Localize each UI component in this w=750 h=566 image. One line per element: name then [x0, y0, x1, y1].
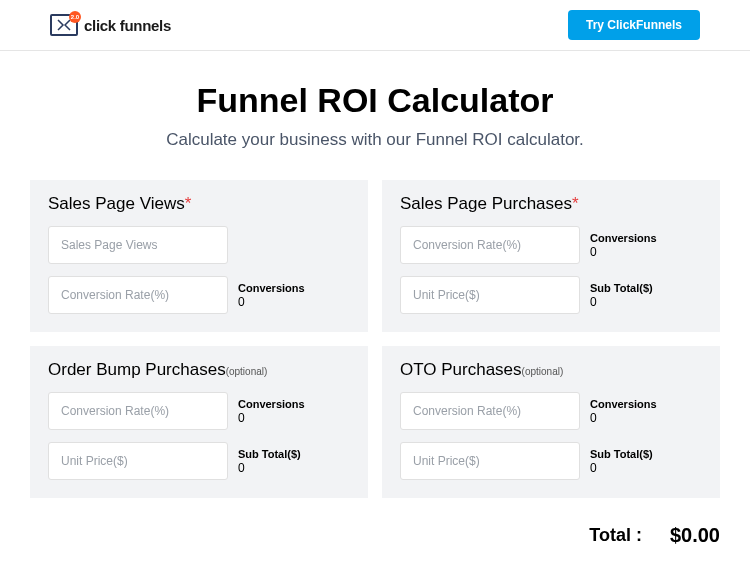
card-title: Sales Page Purchases* [400, 194, 702, 214]
output-group: Sub Total($) 0 [590, 282, 702, 309]
card-title-text: OTO Purchases [400, 360, 522, 379]
optional-text: (optional) [522, 366, 564, 377]
sales-page-views-input[interactable] [48, 226, 228, 264]
sales-purchases-conversion-rate-input[interactable] [400, 226, 580, 264]
total-value: $0.00 [670, 524, 720, 547]
card-title: OTO Purchases(optional) [400, 360, 702, 380]
subtotal-label: Sub Total($) [590, 282, 702, 294]
order-bump-unit-price-input[interactable] [48, 442, 228, 480]
page-title: Funnel ROI Calculator [30, 81, 720, 120]
total-row: Total : $0.00 [0, 508, 750, 557]
try-clickfunnels-button[interactable]: Try ClickFunnels [568, 10, 700, 40]
page-subtitle: Calculate your business with our Funnel … [30, 130, 720, 150]
subtotal-value: 0 [238, 461, 350, 475]
output-group: Sub Total($) 0 [238, 448, 350, 475]
conversions-value: 0 [590, 245, 702, 259]
field-row: Conversions 0 [400, 226, 702, 264]
oto-unit-price-input[interactable] [400, 442, 580, 480]
field-row: Sub Total($) 0 [400, 442, 702, 480]
output-group: Conversions 0 [590, 398, 702, 425]
sales-page-views-conversion-rate-input[interactable] [48, 276, 228, 314]
card-title: Order Bump Purchases(optional) [48, 360, 350, 380]
field-row: Conversions 0 [48, 276, 350, 314]
field-row: Sub Total($) 0 [400, 276, 702, 314]
total-label: Total : [589, 525, 642, 546]
logo-badge: 2.0 [69, 11, 81, 23]
subtotal-label: Sub Total($) [590, 448, 702, 460]
conversions-value: 0 [590, 411, 702, 425]
output-group: Sub Total($) 0 [590, 448, 702, 475]
order-bump-conversion-rate-input[interactable] [48, 392, 228, 430]
main: Funnel ROI Calculator Calculate your bus… [0, 51, 750, 508]
brand-name: click funnels [84, 17, 171, 34]
subtotal-value: 0 [590, 461, 702, 475]
oto-conversion-rate-input[interactable] [400, 392, 580, 430]
conversions-label: Conversions [590, 398, 702, 410]
field-row: Conversions 0 [48, 392, 350, 430]
logo[interactable]: 2.0 click funnels [50, 14, 171, 36]
order-bump-purchases-card: Order Bump Purchases(optional) Conversio… [30, 346, 368, 498]
conversions-value: 0 [238, 295, 350, 309]
required-mark: * [572, 194, 579, 213]
card-title-text: Order Bump Purchases [48, 360, 226, 379]
conversions-label: Conversions [238, 398, 350, 410]
header: 2.0 click funnels Try ClickFunnels [0, 0, 750, 51]
field-row [48, 226, 350, 264]
cards-grid: Sales Page Views* Conversions 0 Sales Pa… [30, 180, 720, 498]
card-title-text: Sales Page Purchases [400, 194, 572, 213]
output-group: Conversions 0 [590, 232, 702, 259]
conversions-value: 0 [238, 411, 350, 425]
optional-text: (optional) [226, 366, 268, 377]
conversions-label: Conversions [590, 232, 702, 244]
card-title-text: Sales Page Views [48, 194, 185, 213]
field-row: Conversions 0 [400, 392, 702, 430]
field-row: Sub Total($) 0 [48, 442, 350, 480]
sales-purchases-unit-price-input[interactable] [400, 276, 580, 314]
subtotal-value: 0 [590, 295, 702, 309]
card-title: Sales Page Views* [48, 194, 350, 214]
logo-icon: 2.0 [50, 14, 78, 36]
oto-purchases-card: OTO Purchases(optional) Conversions 0 Su… [382, 346, 720, 498]
output-group: Conversions 0 [238, 398, 350, 425]
output-group: Conversions 0 [238, 282, 350, 309]
required-mark: * [185, 194, 192, 213]
subtotal-label: Sub Total($) [238, 448, 350, 460]
conversions-label: Conversions [238, 282, 350, 294]
sales-page-views-card: Sales Page Views* Conversions 0 [30, 180, 368, 332]
sales-page-purchases-card: Sales Page Purchases* Conversions 0 Sub … [382, 180, 720, 332]
